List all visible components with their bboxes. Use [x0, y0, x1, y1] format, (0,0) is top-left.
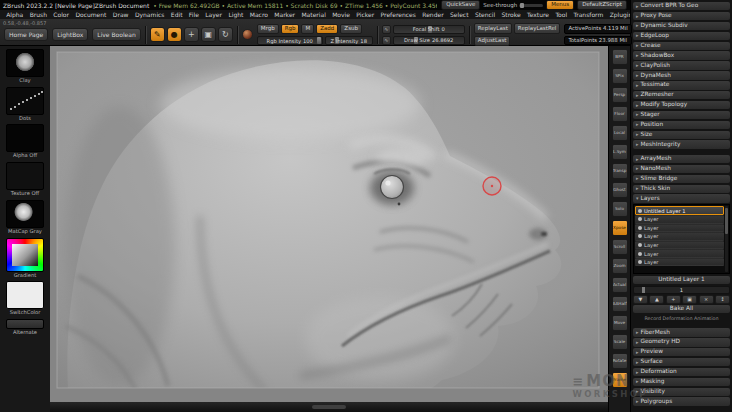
sculpt-viewport[interactable] — [50, 46, 608, 402]
right-shelf-button[interactable]: Actual — [612, 277, 628, 293]
tool-panel-section[interactable]: Slime Bridge — [633, 175, 730, 183]
rgb-intensity-slider[interactable]: Rgb Intensity 100 — [257, 36, 323, 45]
tool-panel-section[interactable]: EdgeLoop — [633, 32, 730, 40]
tool-panel-section[interactable]: MeshIntegrity — [633, 140, 730, 148]
sculpt-mode-button[interactable]: Zsub — [340, 24, 362, 35]
menu-item[interactable]: Texture — [524, 12, 552, 18]
tray-item[interactable]: Dots — [3, 87, 47, 122]
right-shelf-button[interactable]: Rotate — [612, 353, 628, 369]
layer-name-button[interactable]: Untitled Layer 1 — [633, 276, 730, 284]
sculpt-mode-button[interactable]: Zadd — [316, 24, 338, 35]
layers-section-header[interactable]: Layers — [633, 194, 730, 202]
tool-panel-section[interactable]: Geometry HD — [633, 338, 730, 346]
layer-row[interactable]: Untitled Layer 1 — [635, 206, 724, 215]
tool-panel-section[interactable]: Surface — [633, 358, 730, 366]
replay-last-button[interactable]: ReplayLast — [474, 23, 512, 34]
tool-panel-section[interactable]: Preview — [633, 348, 730, 356]
menu-item[interactable]: Movie — [329, 12, 353, 18]
tool-panel-section[interactable]: Convert BPR To Geo — [633, 2, 730, 10]
tray-item[interactable]: Clay — [3, 49, 47, 84]
tray-item[interactable]: Alpha Off — [3, 124, 47, 159]
shelf-tool-icon[interactable]: ✎ — [150, 27, 165, 42]
menu-item[interactable]: Transform — [570, 12, 606, 18]
menu-item[interactable]: Marker — [271, 12, 298, 18]
menu-item[interactable]: Select — [447, 12, 472, 18]
right-shelf-button[interactable]: Transp — [612, 163, 628, 179]
tool-panel-section[interactable]: ArrayMesh — [633, 155, 730, 163]
right-shelf-button[interactable]: AAHalf — [612, 296, 628, 312]
tool-panel-section[interactable]: Proxy Pose — [633, 12, 730, 20]
layer-visibility-icon[interactable] — [638, 217, 642, 221]
tool-panel-section[interactable]: Crease — [633, 42, 730, 50]
tool-panel-section[interactable]: ShadowBox — [633, 51, 730, 59]
tray-item[interactable]: Gradient — [3, 238, 47, 279]
layer-visibility-icon[interactable] — [638, 226, 642, 230]
tray-item[interactable]: Texture Off — [3, 162, 47, 197]
tray-thumbnail[interactable] — [6, 87, 44, 115]
shelf-tool-icon[interactable]: + — [184, 27, 199, 42]
layer-visibility-icon[interactable] — [638, 252, 642, 256]
focal-shift-slider[interactable]: Focal Shift 0 — [393, 25, 465, 34]
right-shelf-button[interactable]: Local — [612, 125, 628, 141]
z-intensity-slider[interactable]: Z Intensity 18 — [325, 36, 373, 45]
layer-action-button[interactable]: + — [666, 295, 681, 303]
right-shelf-button[interactable]: Zoom — [612, 258, 628, 274]
tool-panel-section[interactable]: NanoMesh — [633, 165, 730, 173]
menu-item[interactable]: File — [186, 12, 202, 18]
layer-row[interactable]: Layer — [635, 241, 724, 250]
menu-item[interactable]: Alpha — [3, 12, 26, 18]
tray-thumbnail[interactable] — [6, 162, 44, 190]
layer-visibility-icon[interactable] — [638, 234, 642, 238]
tray-thumbnail[interactable] — [6, 124, 44, 152]
shelf-tool-icon[interactable]: ▣ — [201, 27, 216, 42]
paint-mode-button[interactable]: Rgb — [281, 24, 300, 35]
tray-item[interactable]: MatCap Gray — [3, 200, 47, 235]
tool-panel-section[interactable]: Tessimate — [633, 81, 730, 89]
home-page-button[interactable]: Home Page — [4, 28, 48, 41]
right-shelf-button[interactable]: Solo — [612, 201, 628, 217]
layer-action-button[interactable]: ▲ — [649, 295, 664, 303]
tool-panel-section[interactable]: Masking — [633, 378, 730, 386]
layer-row[interactable]: Layer — [635, 232, 724, 241]
bake-all-button[interactable]: Bake All — [633, 305, 730, 313]
menu-item[interactable]: Dynamics — [132, 12, 168, 18]
menu-item[interactable]: Zplugin — [606, 12, 630, 18]
layer-action-button[interactable]: ▼ — [633, 295, 648, 303]
right-shelf-button[interactable]: Scale — [612, 334, 628, 350]
menu-item[interactable]: Material — [298, 12, 329, 18]
tool-panel-section[interactable]: Position — [633, 121, 730, 129]
right-shelf-button[interactable]: Floor — [612, 106, 628, 122]
tray-thumbnail[interactable] — [6, 281, 44, 309]
paint-mode-button[interactable]: M — [301, 24, 314, 35]
right-shelf-button[interactable]: Scroll — [612, 239, 628, 255]
shelf-tool-icon[interactable]: ↻ — [218, 27, 233, 42]
tray-thumbnail[interactable] — [6, 49, 44, 77]
tool-panel-section[interactable]: DynaMesh — [633, 71, 730, 79]
current-color-material-icon[interactable] — [242, 29, 253, 40]
layer-action-button[interactable]: × — [699, 295, 714, 303]
tool-panel-section[interactable]: Modify Topology — [633, 101, 730, 109]
menu-item[interactable]: Stroke — [498, 12, 524, 18]
right-shelf-button[interactable]: Xpose — [612, 220, 628, 236]
adjust-last-button[interactable]: AdjustLast — [474, 36, 511, 47]
menu-item[interactable]: Picker — [353, 12, 377, 18]
draw-size-curve-icon[interactable] — [382, 36, 391, 45]
quicksave-button[interactable]: QuickSave — [441, 0, 480, 10]
menu-item[interactable]: Draw — [110, 12, 132, 18]
layer-row[interactable]: Layer — [635, 258, 724, 267]
menu-item[interactable]: Stencil — [472, 12, 499, 18]
paint-mode-button[interactable]: Mrgb — [257, 24, 279, 35]
layer-row[interactable]: Layer — [635, 215, 724, 224]
replay-last-rel-button[interactable]: ReplayLastRel — [514, 23, 561, 34]
right-shelf-button[interactable]: Move — [612, 315, 628, 331]
tray-item[interactable]: Alternate — [3, 319, 47, 336]
menus-button[interactable]: Menus — [546, 0, 574, 10]
tool-panel-section[interactable]: Stager — [633, 111, 730, 119]
layer-visibility-icon[interactable] — [638, 243, 642, 247]
menu-item[interactable]: Light — [225, 12, 246, 18]
menu-item[interactable]: Preferences — [377, 12, 419, 18]
layer-action-button[interactable]: ▣ — [682, 295, 697, 303]
right-shelf-button[interactable]: Ghost — [612, 182, 628, 198]
menu-item[interactable]: Tool — [552, 12, 570, 18]
menu-item[interactable]: Color — [50, 12, 72, 18]
